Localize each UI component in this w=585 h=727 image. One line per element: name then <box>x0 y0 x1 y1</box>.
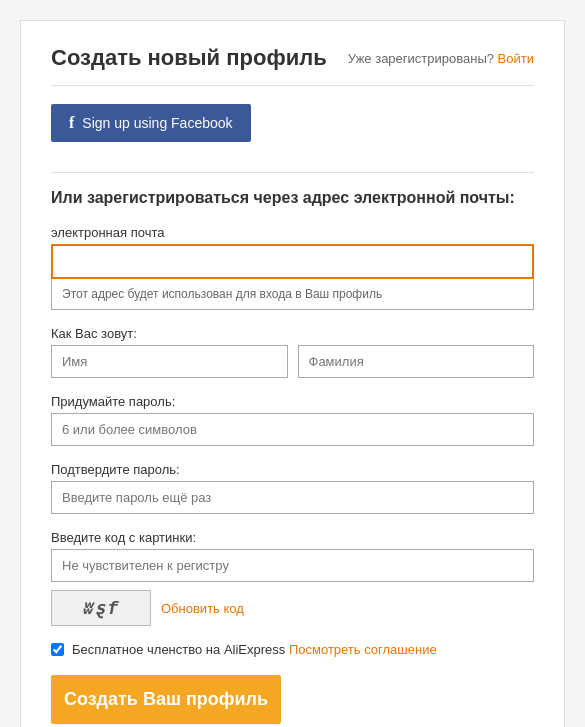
page-title: Создать новый профиль <box>51 45 327 71</box>
agreement-row: Бесплатное членство на AliExpress Посмот… <box>51 642 534 657</box>
header: Создать новый профиль Уже зарегистрирова… <box>51 45 534 86</box>
name-group: Как Вас зовут: <box>51 326 534 378</box>
captcha-row: ʬȿf Обновить код <box>51 590 534 626</box>
facebook-signup-button[interactable]: f Sign up using Facebook <box>51 104 251 142</box>
password-group: Придумайте пароль: <box>51 394 534 446</box>
facebook-icon: f <box>69 114 74 132</box>
email-hint: Этот адрес будет использован для входа в… <box>51 279 534 310</box>
email-label: электронная почта <box>51 225 534 240</box>
or-section-text: Или зарегистрироваться через адрес элект… <box>51 189 534 207</box>
registration-container: Создать новый профиль Уже зарегистрирова… <box>20 20 565 727</box>
confirm-password-label: Подтвердите пароль: <box>51 462 534 477</box>
facebook-section: f Sign up using Facebook <box>51 104 534 173</box>
submit-button[interactable]: Создать Ваш профиль <box>51 675 281 724</box>
confirm-password-group: Подтвердите пароль: <box>51 462 534 514</box>
email-input[interactable] <box>51 244 534 279</box>
confirm-password-input[interactable] <box>51 481 534 514</box>
already-registered: Уже зарегистрированы? Войти <box>348 51 534 66</box>
facebook-button-label: Sign up using Facebook <box>82 115 232 131</box>
agreement-text: Бесплатное членство на AliExpress Посмот… <box>72 642 437 657</box>
name-label: Как Вас зовут: <box>51 326 534 341</box>
captcha-group: Введите код с картинки: ʬȿf Обновить код <box>51 530 534 626</box>
captcha-label: Введите код с картинки: <box>51 530 534 545</box>
refresh-captcha-button[interactable]: Обновить код <box>161 601 244 616</box>
name-row <box>51 345 534 378</box>
password-input[interactable] <box>51 413 534 446</box>
agreement-checkbox[interactable] <box>51 643 64 656</box>
first-name-input[interactable] <box>51 345 288 378</box>
already-registered-text: Уже зарегистрированы? <box>348 51 494 66</box>
last-name-input[interactable] <box>298 345 535 378</box>
agreement-link[interactable]: Посмотреть соглашение <box>289 642 437 657</box>
password-label: Придумайте пароль: <box>51 394 534 409</box>
captcha-input[interactable] <box>51 549 534 582</box>
email-group: электронная почта Этот адрес будет испол… <box>51 225 534 310</box>
captcha-image: ʬȿf <box>51 590 151 626</box>
login-link[interactable]: Войти <box>498 51 534 66</box>
